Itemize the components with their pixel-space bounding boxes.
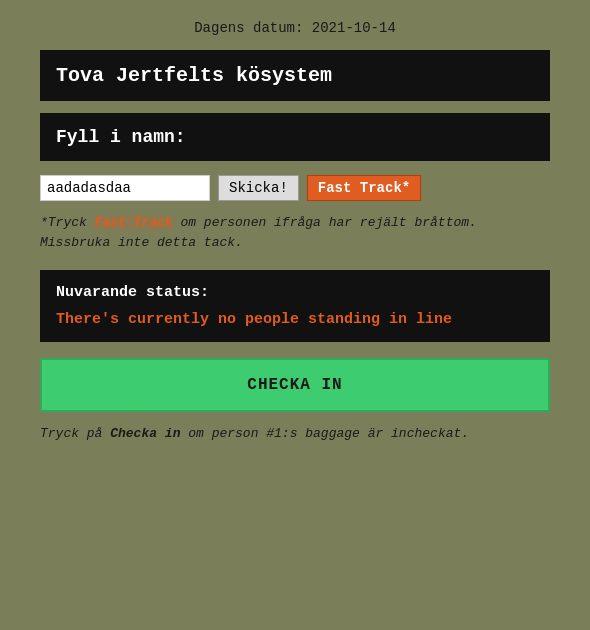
fast-track-note: *Tryck Fast Track om personen ifråga har… [40, 213, 550, 252]
checka-inline: Checka in [110, 426, 180, 441]
bottom-suffix: om person #1:s baggage är incheckat. [180, 426, 469, 441]
fast-track-button[interactable]: Fast Track* [307, 175, 421, 201]
name-input[interactable] [40, 175, 210, 201]
name-label-box: Fyll i namn: [40, 113, 550, 161]
date-display: Dagens datum: 2021-10-14 [194, 20, 396, 36]
status-label: Nuvarande status: [56, 284, 534, 301]
checka-in-button[interactable]: CHECKA IN [40, 358, 550, 412]
bottom-note: Tryck på Checka in om person #1:s baggag… [40, 424, 550, 444]
status-message: There's currently no people standing in … [56, 311, 534, 328]
app-title: Tova Jertfelts kösystem [56, 64, 534, 87]
bottom-prefix: Tryck på [40, 426, 110, 441]
status-box: Nuvarande status: There's currently no p… [40, 270, 550, 342]
note-prefix: *Tryck [40, 215, 95, 230]
fast-track-highlight: Fast Track [95, 215, 173, 230]
skicka-button[interactable]: Skicka! [218, 175, 299, 201]
input-row: Skicka! Fast Track* [40, 175, 550, 201]
name-label: Fyll i namn: [56, 127, 534, 147]
title-box: Tova Jertfelts kösystem [40, 50, 550, 101]
